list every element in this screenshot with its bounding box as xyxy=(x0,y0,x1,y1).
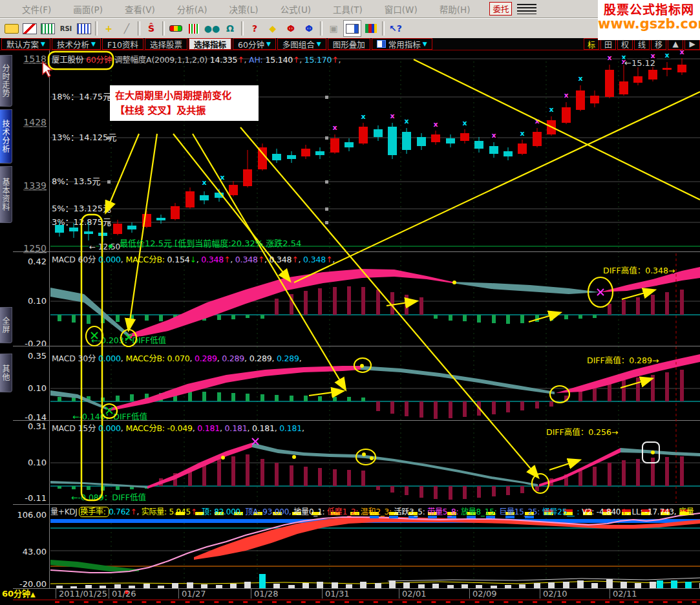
header-value: AH: xyxy=(249,55,265,65)
stripe-bars-icon[interactable] xyxy=(186,21,202,36)
traffic-light-icon[interactable] xyxy=(167,21,184,36)
funcbar-item-7[interactable]: 多图组合▼ xyxy=(277,38,326,50)
chart-grid-icon[interactable] xyxy=(76,21,92,36)
volume-bar xyxy=(685,582,692,588)
header-value: ↑ xyxy=(237,55,244,65)
phi-blue-icon[interactable]: Φ xyxy=(301,21,317,36)
sidebar-tab-4[interactable]: 全屏 xyxy=(0,307,12,343)
line-handle xyxy=(325,207,328,211)
macd-bar xyxy=(260,394,264,401)
menu-item-6[interactable]: 公式(U) xyxy=(281,3,311,16)
broker-button[interactable]: 委托 xyxy=(489,2,512,16)
panel-header-5: 量+KDJ 换手率: 0.762↑, 实际量: 5.945↑, 顶: 82.00… xyxy=(50,505,694,516)
books-icon[interactable] xyxy=(363,21,379,36)
sidebar-tab-5[interactable]: 其他 xyxy=(0,354,12,392)
layout-icon[interactable] xyxy=(343,20,361,37)
volume-bar xyxy=(332,582,338,588)
chart-bars-icon[interactable] xyxy=(39,21,56,36)
rsi-icon[interactable]: RSI xyxy=(58,21,74,36)
macd-bar xyxy=(419,486,423,498)
alarm-bell-icon[interactable]: Ω xyxy=(222,21,239,36)
header-value: 15.140 xyxy=(265,55,293,65)
macd-bar xyxy=(347,397,351,401)
menu-item-3[interactable]: 查看(V) xyxy=(125,3,155,16)
macd-ribbon xyxy=(50,481,147,488)
currency-icon[interactable]: Ŝ xyxy=(143,21,160,36)
y-axis-label: 0.10 xyxy=(28,383,47,393)
volume-bar xyxy=(302,583,309,588)
funcbar-item-5[interactable]: 选择指标 xyxy=(189,38,231,50)
query-icon[interactable]: ? xyxy=(246,21,263,36)
diamond-icon[interactable]: ◆ xyxy=(264,21,281,36)
volume-bar xyxy=(375,583,381,588)
dropdown-arrow-icon[interactable]: ▼ xyxy=(41,41,45,47)
dropdown-arrow-icon[interactable]: ▼ xyxy=(266,41,271,47)
header-value: 实际量: 5.945 xyxy=(142,507,191,516)
header-value: 0.348 xyxy=(201,255,224,264)
menu-item-5[interactable]: 决策(L) xyxy=(229,3,259,16)
candle xyxy=(243,169,252,186)
context-help-icon[interactable]: ↖? xyxy=(387,21,404,36)
candle xyxy=(388,127,397,155)
macd-bar xyxy=(520,486,524,493)
macd-bar xyxy=(58,486,61,489)
macd-bar xyxy=(390,486,394,493)
header-value: V2: -4.840 xyxy=(582,507,620,516)
header-value: 0.154 xyxy=(167,255,190,264)
diff-high-label: DIFF高值：0.348→ xyxy=(603,266,675,275)
funcbar-item-2[interactable]: 技术分析▼ xyxy=(52,38,101,50)
header-value: MACC分B: xyxy=(125,423,167,433)
chart-line-icon[interactable] xyxy=(21,21,38,36)
menu-item-1[interactable]: 文件(F) xyxy=(22,3,51,16)
header-value: 量+KDJ xyxy=(50,507,80,516)
menu-item-8[interactable]: 窗口(W) xyxy=(385,3,418,16)
volume-bar xyxy=(389,580,396,588)
dropdown-arrow-icon[interactable]: ▼ xyxy=(317,41,321,47)
annotation-arrow-line xyxy=(529,313,560,322)
bottom-tick xyxy=(692,601,697,603)
y-axis-label: 0.35 xyxy=(28,351,47,361)
line-handle xyxy=(107,180,111,184)
candle xyxy=(84,231,93,234)
funcbar-item-8[interactable]: 图形叠加 xyxy=(328,38,370,50)
macd-ribbon xyxy=(452,282,600,294)
menu-item-7[interactable]: 工具(T) xyxy=(333,3,363,16)
dropdown-arrow-icon[interactable]: ▼ xyxy=(91,41,96,47)
volume-bar xyxy=(85,585,92,588)
mdi-window-lines-icon[interactable] xyxy=(517,4,536,14)
ruler-icon[interactable]: ╱ xyxy=(118,21,135,36)
menu-item-2[interactable]: 画面(P) xyxy=(73,3,103,16)
funcbar-item-1[interactable]: 默认方案▼ xyxy=(1,38,50,50)
header-value: 0.348 xyxy=(303,255,326,264)
sidebar-tab-3[interactable]: 基本资料 xyxy=(0,166,12,223)
funcbar-item-6[interactable]: 60分钟▼ xyxy=(233,38,276,50)
move-cross-icon[interactable]: + xyxy=(100,21,117,36)
dropdown-arrow-icon[interactable]: ▼ xyxy=(423,41,427,47)
x-marker: x xyxy=(202,178,206,187)
low-price-tag: ← 12.50 xyxy=(89,242,120,251)
menu-item-9[interactable]: 帮助(H) xyxy=(440,3,471,16)
funcbar-item-9[interactable]: 常用指标▼ xyxy=(372,38,432,50)
candle xyxy=(489,146,498,154)
header-value: , xyxy=(332,255,335,264)
menu-item-4[interactable]: 分析(A) xyxy=(177,3,207,16)
funcbar-button-1[interactable]: 标 xyxy=(584,38,599,50)
candle xyxy=(113,224,122,234)
open-file-icon[interactable] xyxy=(3,21,20,36)
funcbar-item-4[interactable]: 选择股票 xyxy=(145,38,187,50)
phi-red-icon[interactable]: Φ xyxy=(282,21,299,36)
clipboard-icon[interactable]: ▣ xyxy=(325,21,342,36)
x-marker: x xyxy=(462,119,467,127)
date-label-3: 01/27 xyxy=(178,589,206,599)
period-label[interactable]: 60分钟▲ xyxy=(2,589,36,599)
sidebar-tab-1[interactable]: 分时走势 xyxy=(0,55,12,107)
bottom-tick xyxy=(388,601,392,603)
candle xyxy=(330,138,339,153)
macd-bar xyxy=(520,401,524,410)
header-value: ↑ xyxy=(191,507,197,516)
header-value: , xyxy=(299,55,304,65)
date-axis: 60分钟▲ 2011/01/2501/2601/2701/2801/3102/0… xyxy=(0,589,700,599)
binoculars-icon[interactable]: ●● xyxy=(204,21,220,36)
sidebar-tab-2[interactable]: 技术分析 xyxy=(0,109,12,164)
funcbar-item-3[interactable]: F10资料 xyxy=(102,38,143,50)
